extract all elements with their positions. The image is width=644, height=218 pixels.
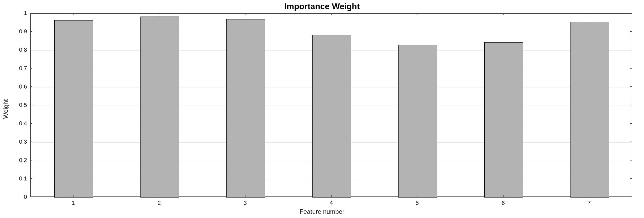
bar (484, 42, 523, 198)
y-tick-mark (630, 50, 632, 50)
y-tick-label: 0.9 (6, 28, 27, 35)
x-tick-label: 5 (416, 200, 419, 206)
x-tick-mark (589, 195, 589, 197)
plot-area (30, 13, 632, 197)
y-tick-mark (30, 142, 32, 142)
y-tick-label: 1 (6, 10, 27, 17)
bar (54, 20, 93, 198)
y-tick-label: 0.5 (6, 102, 27, 108)
x-tick-label: 1 (72, 200, 75, 206)
y-tick-mark (630, 31, 632, 32)
y-tick-label: 0.1 (6, 175, 27, 182)
y-tick-label: 0.3 (6, 138, 27, 145)
bar (226, 19, 265, 198)
y-tick-label: 0.2 (6, 157, 27, 164)
y-tick-mark (30, 13, 32, 13)
y-tick-mark (630, 13, 632, 13)
x-tick-mark (245, 195, 245, 197)
y-tick-mark (30, 31, 32, 32)
x-tick-mark (73, 13, 74, 15)
gridline (31, 32, 632, 32)
x-tick-mark (245, 13, 245, 15)
bar (398, 45, 437, 198)
bar (140, 17, 179, 198)
y-tick-mark (30, 50, 32, 50)
y-tick-mark (630, 123, 632, 124)
x-tick-mark (331, 13, 332, 15)
y-tick-mark (630, 86, 632, 87)
x-tick-label: 3 (244, 200, 247, 206)
y-tick-mark (630, 160, 632, 160)
x-tick-label: 4 (329, 200, 333, 206)
y-tick-mark (30, 178, 32, 179)
x-tick-mark (73, 195, 74, 197)
x-tick-label: 6 (502, 200, 505, 206)
y-tick-mark (630, 105, 632, 105)
x-tick-mark (159, 13, 159, 15)
x-tick-mark (503, 195, 504, 197)
y-tick-label: 0.7 (6, 65, 27, 72)
x-tick-mark (503, 13, 504, 15)
y-tick-mark (30, 160, 32, 160)
chart-title: Importance Weight (0, 2, 644, 11)
x-tick-mark (589, 13, 589, 15)
x-tick-mark (331, 195, 332, 197)
y-tick-label: 0.8 (6, 46, 27, 53)
y-tick-mark (30, 105, 32, 105)
y-tick-mark (630, 142, 632, 142)
y-tick-mark (30, 123, 32, 124)
y-tick-mark (30, 197, 32, 197)
y-tick-label: 0.6 (6, 83, 27, 90)
y-tick-mark (630, 178, 632, 179)
bar (570, 22, 609, 198)
x-tick-mark (417, 13, 417, 15)
y-tick-mark (630, 68, 632, 69)
figure: Importance Weight Weight Feature number … (0, 0, 644, 218)
y-tick-label: 0 (6, 194, 27, 200)
y-tick-mark (30, 86, 32, 87)
x-tick-label: 2 (158, 200, 161, 206)
y-tick-label: 0.4 (6, 120, 27, 127)
x-tick-mark (417, 195, 417, 197)
x-tick-mark (159, 195, 159, 197)
y-tick-mark (630, 197, 632, 197)
x-axis-label: Feature number (0, 208, 644, 215)
bar (312, 35, 351, 198)
y-tick-mark (30, 68, 32, 69)
x-tick-label: 7 (588, 200, 591, 206)
